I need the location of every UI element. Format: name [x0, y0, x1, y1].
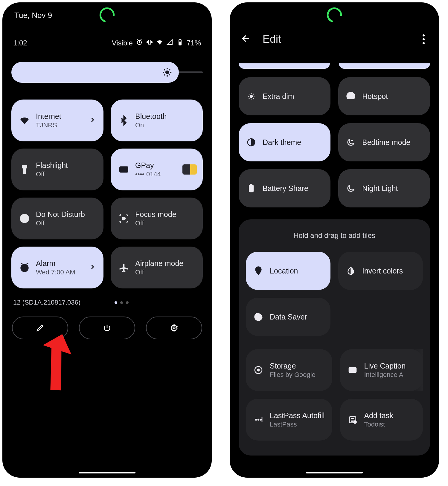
tile-live-caption[interactable]: Live Caption Intelligence A [340, 349, 423, 391]
flashlight-icon [19, 164, 30, 175]
partial-tile-row [239, 63, 430, 69]
svg-point-25 [257, 419, 259, 420]
tile-subtitle: Todoist [364, 421, 393, 428]
bluetooth-icon [118, 115, 129, 126]
tile-subtitle: Off [36, 170, 68, 178]
power-button[interactable] [79, 317, 135, 339]
gesture-handle[interactable] [79, 472, 135, 473]
svg-point-10 [123, 217, 125, 220]
tile-lastpass[interactable]: LastPass Autofill LastPass [246, 399, 332, 441]
todoist-icon [348, 415, 357, 424]
card-icon [118, 164, 129, 175]
tile-bluetooth[interactable]: Bluetooth On [111, 100, 203, 141]
tile-internet[interactable]: Internet TJNRS [11, 100, 103, 141]
tile-label: Battery Share [263, 184, 308, 193]
tile-extra-dim[interactable]: Extra dim [239, 77, 330, 115]
svg-point-19 [257, 269, 260, 271]
edit-header: Edit [239, 33, 430, 45]
tile-invert-colors[interactable]: Invert colors [338, 252, 423, 290]
svg-point-0 [99, 7, 115, 23]
tile-title: Bluetooth [135, 112, 167, 121]
svg-point-26 [260, 419, 261, 420]
qs-bottom-buttons [11, 317, 203, 339]
svg-rect-8 [120, 167, 128, 172]
svg-point-12 [173, 327, 175, 329]
tile-dark-theme[interactable]: Dark theme [239, 123, 330, 161]
tile-alarm[interactable]: Alarm Wed 7:00 AM [11, 247, 103, 288]
tile-subtitle: Off [135, 268, 183, 276]
edit-title: Edit [263, 33, 408, 45]
tile-label: Dark theme [263, 138, 301, 147]
phone-quick-settings: Tue, Nov 9 1:02 Visible 71% [2, 2, 212, 478]
build-number: 12 (SD1A.210817.036) [13, 299, 80, 306]
tile-title: Live Caption [364, 362, 406, 370]
overflow-menu-button[interactable] [420, 33, 428, 45]
loading-spinner-icon [326, 7, 343, 23]
tile-battery-share[interactable]: Battery Share [239, 169, 330, 207]
tile-stub[interactable] [239, 63, 330, 69]
svg-rect-2 [148, 40, 151, 44]
add-tiles-section: Hold and drag to add tiles Location Inve… [239, 219, 430, 456]
tile-stub[interactable] [339, 63, 430, 69]
power-icon [103, 324, 111, 332]
build-row: 12 (SD1A.210817.036) [11, 299, 203, 306]
svg-rect-4 [179, 39, 181, 40]
dnd-icon [19, 213, 30, 224]
status-bar: 1:02 Visible 71% [11, 39, 203, 48]
dark-theme-icon [246, 137, 256, 147]
gear-icon [170, 324, 178, 332]
tile-title: Internet [36, 112, 61, 121]
chevron-right-icon [89, 117, 96, 124]
tile-location[interactable]: Location [246, 252, 330, 290]
svg-point-22 [257, 369, 260, 371]
bedtime-icon [346, 137, 356, 147]
tile-night-light[interactable]: Night Light [338, 169, 430, 207]
vibrate-status-icon [146, 39, 153, 48]
tile-gpay[interactable]: GPay •••• 0144 [111, 149, 203, 190]
tile-flashlight[interactable]: Flashlight Off [11, 149, 103, 190]
location-icon [254, 266, 263, 276]
svg-rect-18 [250, 184, 252, 186]
airplane-icon [118, 262, 129, 273]
svg-point-7 [24, 170, 25, 171]
lastpass-icon [254, 415, 263, 424]
battery-status-icon [176, 39, 184, 48]
tile-airplane[interactable]: Airplane mode Off [111, 247, 203, 288]
tile-data-saver[interactable]: Data Saver [246, 298, 330, 336]
tile-title: Do Not Disturb [36, 210, 85, 219]
tile-focus-mode[interactable]: Focus mode Off [111, 198, 203, 239]
svg-point-24 [255, 419, 257, 420]
annotation-arrow-icon [35, 334, 80, 391]
focus-icon [118, 213, 129, 224]
tile-label: Location [270, 267, 298, 275]
tile-storage[interactable]: Storage Files by Google [246, 349, 332, 391]
edit-tiles-button[interactable] [12, 317, 68, 339]
tile-bedtime[interactable]: Bedtime mode [338, 123, 430, 161]
tile-subtitle: Off [135, 219, 176, 227]
active-tile-grid: Extra dim Hotspot Dark theme Bedtime mod… [239, 77, 430, 207]
back-button[interactable] [241, 33, 251, 45]
tile-add-task[interactable]: Add task Todoist [340, 399, 423, 441]
caption-icon [348, 365, 357, 375]
brightness-slider[interactable] [11, 62, 203, 83]
loading-spinner-icon [99, 7, 115, 23]
tile-title: Storage [270, 362, 316, 370]
tile-hotspot[interactable]: Hotspot [338, 77, 430, 115]
add-tiles-hint: Hold and drag to add tiles [246, 231, 423, 240]
svg-point-13 [326, 7, 343, 23]
tile-subtitle: Wed 7:00 AM [36, 268, 75, 276]
battery-percent: 71% [187, 39, 201, 47]
tile-label: Extra dim [263, 92, 294, 101]
svg-point-14 [250, 95, 252, 97]
status-icons: Visible 71% [112, 39, 201, 48]
tile-label: Hotspot [362, 92, 388, 101]
wifi-icon [19, 115, 30, 126]
tile-dnd[interactable]: Do Not Disturb Off [11, 198, 103, 239]
svg-point-6 [165, 71, 169, 74]
tile-subtitle: Intelligence A [364, 371, 406, 379]
settings-button[interactable] [146, 317, 202, 339]
gesture-handle[interactable] [306, 472, 363, 473]
alarm-icon [19, 262, 30, 273]
tile-title: GPay [135, 161, 161, 170]
tile-title: Flashlight [36, 161, 68, 170]
